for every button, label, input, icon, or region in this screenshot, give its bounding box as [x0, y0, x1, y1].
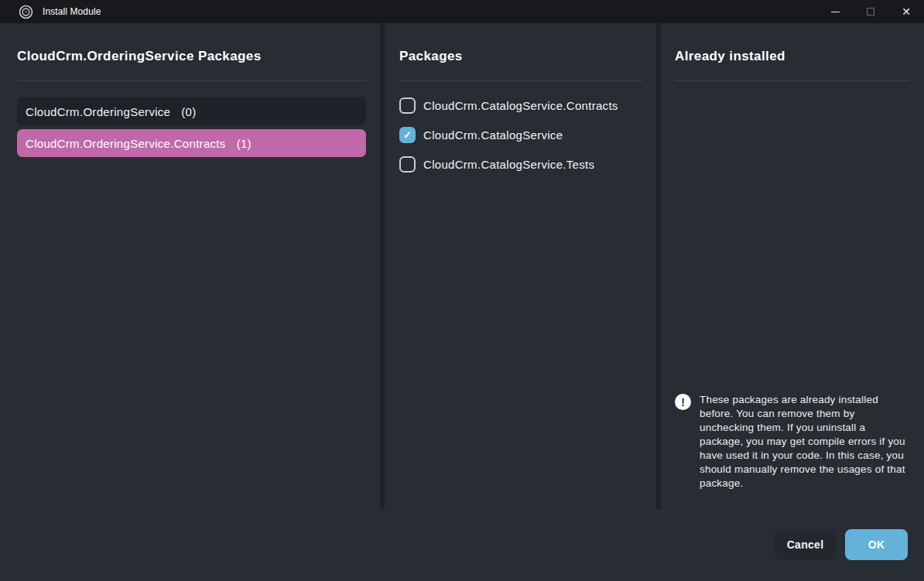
module-row[interactable]: CloudCrm.OrderingService.Contracts (1)	[17, 129, 366, 157]
module-name: CloudCrm.OrderingService.Contracts	[26, 137, 226, 150]
packages-panel-header: Packages	[399, 23, 642, 81]
module-list: CloudCrm.OrderingService (0) CloudCrm.Or…	[17, 97, 366, 161]
module-count: (1)	[237, 137, 252, 150]
footer: Cancel OK	[775, 529, 908, 560]
package-row[interactable]: ✓ CloudCrm.CatalogService.Tests	[399, 156, 642, 173]
column-divider	[656, 23, 661, 509]
modules-panel: CloudCrm.OrderingService Packages CloudC…	[17, 23, 366, 509]
package-label: CloudCrm.CatalogService.Contracts	[423, 99, 618, 112]
window-controls: ✕	[817, 0, 924, 23]
ok-button[interactable]: OK	[845, 529, 908, 560]
already-installed-panel: Already installed ! These packages are a…	[675, 23, 909, 509]
window-title: Install Module	[43, 6, 101, 17]
maximize-icon	[867, 8, 874, 15]
package-label: CloudCrm.CatalogService.Tests	[423, 158, 594, 171]
installed-note: ! These packages are already installed b…	[675, 393, 910, 490]
already-installed-header: Already installed	[675, 23, 909, 81]
package-checkbox[interactable]: ✓	[399, 97, 416, 114]
minimize-icon	[831, 12, 840, 12]
column-divider	[380, 23, 385, 509]
close-icon: ✕	[902, 6, 911, 17]
package-row[interactable]: ✓ CloudCrm.CatalogService	[399, 127, 642, 143]
module-row[interactable]: CloudCrm.OrderingService (0)	[17, 97, 366, 125]
titlebar: Install Module ✕	[0, 0, 924, 23]
check-icon: ✓	[403, 130, 412, 140]
package-row[interactable]: ✓ CloudCrm.CatalogService.Contracts	[399, 97, 642, 114]
package-checkbox[interactable]: ✓	[399, 127, 416, 143]
install-module-dialog: { "window": { "title": "Install Module" …	[0, 0, 924, 581]
module-count: (0)	[181, 105, 196, 118]
maximize-button[interactable]	[853, 0, 888, 23]
installed-note-text: These packages are already installed bef…	[700, 393, 910, 490]
alert-icon: !	[675, 394, 691, 410]
package-list: ✓ CloudCrm.CatalogService.Contracts ✓ Cl…	[399, 97, 642, 186]
close-button[interactable]: ✕	[888, 0, 924, 23]
module-name: CloudCrm.OrderingService	[26, 105, 170, 118]
modules-panel-header: CloudCrm.OrderingService Packages	[17, 23, 366, 81]
cancel-button[interactable]: Cancel	[775, 529, 836, 560]
minimize-button[interactable]	[817, 0, 853, 23]
package-label: CloudCrm.CatalogService	[423, 128, 563, 142]
packages-panel: Packages ✓ CloudCrm.CatalogService.Contr…	[399, 23, 642, 509]
package-checkbox[interactable]: ✓	[399, 156, 416, 173]
app-logo-icon	[19, 5, 33, 19]
dialog-body: CloudCrm.OrderingService Packages CloudC…	[0, 23, 924, 509]
